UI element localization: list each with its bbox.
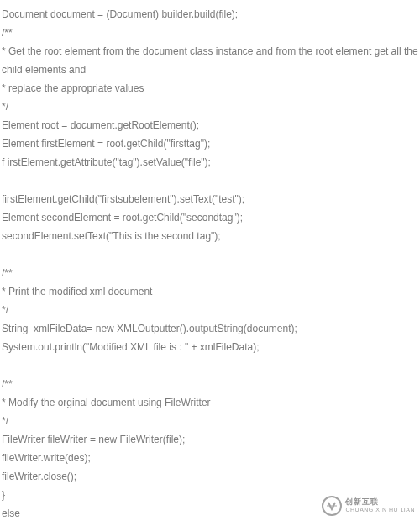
- code-line: Element secondElement = root.getChild("s…: [2, 208, 418, 227]
- code-line: */: [2, 301, 418, 319]
- watermark: 创新互联 CHUANG XIN HU LIAN: [322, 496, 415, 516]
- code-line: Element root = document.getRootElement()…: [2, 116, 418, 134]
- watermark-text: 创新互联 CHUANG XIN HU LIAN: [345, 497, 415, 514]
- code-line: * replace the appropriate values: [2, 79, 418, 97]
- code-line: firstElement.getChild("firstsubelement")…: [2, 190, 418, 208]
- code-block: Document document = (Document) builder.b…: [0, 0, 420, 521]
- watermark-bottom-text: CHUANG XIN HU LIAN: [345, 506, 415, 514]
- code-line: String xmlFileData= new XMLOutputter().o…: [2, 319, 418, 338]
- code-line: fileWriter.close();: [2, 467, 418, 486]
- code-line: Element firstElement = root.getChild("fi…: [2, 134, 418, 153]
- code-line: /**: [2, 24, 418, 42]
- code-line: [2, 356, 418, 375]
- code-line: FileWriter fileWriter = new FileWriter(f…: [2, 430, 418, 449]
- code-line: * Modify the orginal document using File…: [2, 393, 418, 412]
- code-line: secondElement.setText("This is the secon…: [2, 227, 418, 245]
- code-line: f irstElement.getAttribute("tag").setVal…: [2, 153, 418, 171]
- code-line: /**: [2, 375, 418, 393]
- code-line: */: [2, 412, 418, 430]
- code-line: */: [2, 97, 418, 116]
- watermark-logo-icon: [322, 496, 342, 516]
- code-line: fileWriter.write(des);: [2, 449, 418, 467]
- code-line: [2, 171, 418, 190]
- code-line: * Get the root element from the document…: [2, 42, 418, 79]
- code-line: [2, 245, 418, 264]
- code-line: * Print the modified xml document: [2, 282, 418, 301]
- code-line: /**: [2, 264, 418, 282]
- code-line: System.out.println("Modified XML file is…: [2, 338, 418, 356]
- code-line: Document document = (Document) builder.b…: [2, 5, 418, 24]
- watermark-top-text: 创新互联: [345, 497, 415, 506]
